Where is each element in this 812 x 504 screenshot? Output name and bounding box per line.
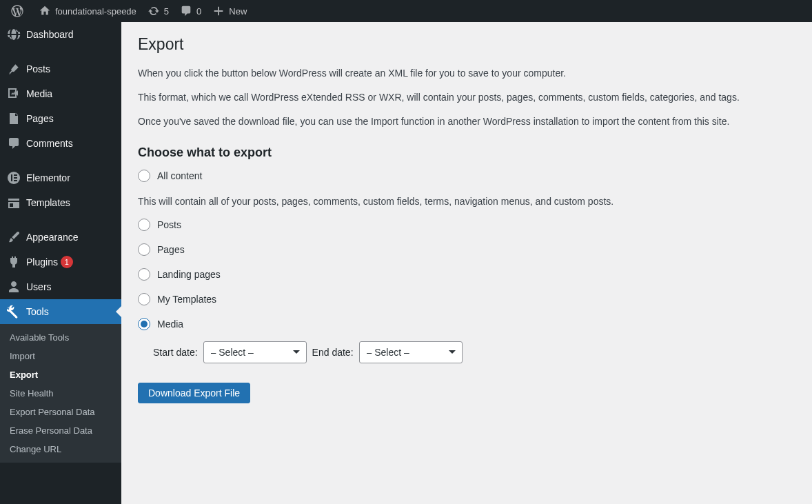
option-label: My Templates [157, 294, 216, 305]
radio-media[interactable] [138, 318, 150, 330]
option-pages[interactable]: Pages [138, 243, 795, 256]
sidebar-item-label: Posts [26, 63, 50, 74]
sidebar-item-dashboard[interactable]: Dashboard [0, 22, 121, 47]
page-icon [7, 112, 21, 125]
plugins-update-badge: 1 [61, 256, 73, 268]
user-icon [7, 280, 21, 294]
wp-logo-menu[interactable] [6, 0, 33, 22]
sidebar-item-label: Pages [26, 113, 54, 124]
sidebar-item-media[interactable]: Media [0, 81, 121, 106]
sidebar-item-label: Plugins [26, 256, 58, 268]
new-label: New [229, 6, 247, 17]
intro-paragraph-2: This format, which we call WordPress eXt… [138, 90, 795, 105]
sidebar-item-pages[interactable]: Pages [0, 106, 121, 131]
sidebar-item-label: Elementor [26, 172, 70, 183]
page-title: Export [138, 29, 795, 57]
sidebar-item-posts[interactable]: Posts [0, 57, 121, 81]
option-all-content[interactable]: All content [138, 170, 795, 182]
radio-my-templates[interactable] [138, 293, 150, 305]
sidebar-item-users[interactable]: Users [0, 274, 121, 299]
submenu-available-tools[interactable]: Available Tools [0, 328, 121, 347]
download-export-button[interactable]: Download Export File [138, 383, 250, 403]
sidebar-item-label: Media [26, 88, 52, 99]
svg-rect-2 [14, 174, 17, 176]
option-label: Posts [157, 219, 181, 230]
sidebar-item-plugins[interactable]: Plugins 1 [0, 250, 121, 274]
sidebar-item-comments[interactable]: Comments [0, 131, 121, 156]
site-name-label: foundational-speede [55, 6, 136, 17]
sidebar-item-label: Comments [26, 138, 73, 149]
intro-paragraph-3: Once you've saved the download file, you… [138, 114, 795, 129]
svg-rect-3 [14, 177, 17, 179]
comments-link[interactable]: 0 [174, 0, 207, 22]
sidebar-item-label: Templates [26, 197, 70, 208]
option-posts[interactable]: Posts [138, 219, 795, 231]
wrench-icon [7, 305, 21, 319]
option-landing-pages[interactable]: Landing pages [138, 268, 795, 281]
sidebar-item-appearance[interactable]: Appearance [0, 225, 121, 250]
option-label: Landing pages [157, 269, 221, 280]
option-media[interactable]: Media [138, 318, 795, 330]
media-icon [7, 87, 21, 101]
all-content-description: This will contain all of your posts, pag… [138, 194, 795, 209]
templates-icon [7, 196, 21, 210]
date-range-row: Start date: – Select – End date: – Selec… [153, 341, 795, 363]
option-label: Media [157, 319, 183, 330]
home-icon [39, 5, 51, 17]
submenu-erase-personal-data[interactable]: Erase Personal Data [0, 421, 121, 440]
elementor-icon [7, 171, 21, 185]
end-date-select[interactable]: – Select – [359, 341, 463, 363]
radio-landing-pages[interactable] [138, 268, 150, 281]
start-date-select[interactable]: – Select – [203, 341, 307, 363]
submenu-import[interactable]: Import [0, 347, 121, 365]
new-content-link[interactable]: New [207, 0, 252, 22]
submenu-export[interactable]: Export [0, 365, 121, 384]
radio-posts[interactable] [138, 219, 150, 231]
option-label: All content [157, 170, 202, 181]
sidebar-item-label: Appearance [26, 232, 79, 243]
radio-all-content[interactable] [138, 170, 150, 182]
plug-icon [7, 255, 21, 269]
admin-sidebar: Dashboard Posts Media Pages Comments Ele… [0, 22, 121, 504]
sidebar-item-tools[interactable]: Tools [0, 299, 121, 324]
admin-bar: foundational-speede 5 0 New [0, 0, 812, 22]
sidebar-item-templates[interactable]: Templates [0, 190, 121, 215]
dashboard-icon [7, 28, 21, 41]
end-date-label: End date: [312, 347, 354, 358]
radio-pages[interactable] [138, 243, 150, 256]
pin-icon [7, 62, 21, 76]
submenu-site-health[interactable]: Site Health [0, 384, 121, 403]
comment-icon [180, 5, 192, 17]
wordpress-logo-icon [11, 5, 23, 17]
updates-count: 5 [164, 6, 169, 17]
submenu-export-personal-data[interactable]: Export Personal Data [0, 403, 121, 421]
option-my-templates[interactable]: My Templates [138, 293, 795, 305]
comments-count: 0 [196, 6, 201, 17]
sidebar-item-elementor[interactable]: Elementor [0, 165, 121, 190]
sidebar-item-label: Users [26, 281, 52, 292]
intro-paragraph-1: When you click the button below WordPres… [138, 66, 795, 81]
sidebar-item-label: Dashboard [26, 29, 74, 40]
plus-icon [212, 5, 225, 17]
option-label: Pages [157, 244, 185, 255]
svg-rect-1 [11, 174, 12, 181]
sidebar-item-label: Tools [26, 306, 49, 317]
choose-heading: Choose what to export [138, 145, 795, 160]
tools-submenu: Available Tools Import Export Site Healt… [0, 324, 121, 463]
svg-rect-4 [14, 180, 17, 181]
site-name-link[interactable]: foundational-speede [33, 0, 142, 22]
update-icon [148, 5, 160, 17]
updates-link[interactable]: 5 [142, 0, 174, 22]
start-date-label: Start date: [153, 347, 198, 358]
submenu-change-url[interactable]: Change URL [0, 440, 121, 458]
brush-icon [7, 230, 21, 244]
comments-icon [7, 137, 21, 150]
main-content: Export When you click the button below W… [121, 22, 812, 504]
